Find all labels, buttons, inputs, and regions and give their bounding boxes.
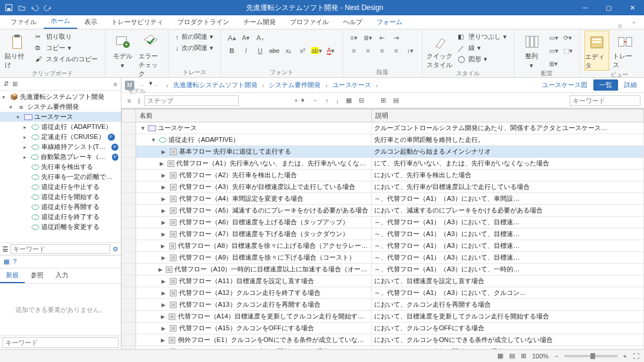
row-handle[interactable] [122,323,136,334]
view-opt2-button[interactable]: ⊞ [641,45,645,57]
twisty-icon[interactable]: ▶ [161,326,167,331]
view-mode-icon[interactable]: ▦ [497,352,503,360]
row-handle[interactable] [122,287,136,299]
tree-node[interactable]: ▾≡システム要件開発 [0,102,121,112]
model-tree[interactable]: ▾📦先進運転システムソフト開発 ▾≡システム要件開発 ▾ユースケース ▸追従走行… [0,91,121,243]
table-row[interactable]: ▶代替フロー（A10）一時的に目標速度以上に加速する場合（オーバーライド） ～、… [122,264,644,275]
model-button[interactable]: + モデル▾ [110,31,135,69]
row-handle[interactable] [122,334,136,346]
row-handle[interactable] [122,122,136,134]
twisty-icon[interactable]: ▶ [161,255,167,261]
tab-ref[interactable]: 参照 [25,268,49,283]
view-detail-link[interactable]: 詳細 [620,81,640,89]
tree-item[interactable]: 追従走行を終了する [0,212,121,222]
tab-traceability[interactable]: トレーサビリティ [104,15,170,29]
add-button[interactable]: ＋ ▾ [290,96,307,105]
table-row[interactable]: ▶代替フロー（A4）車間設定を変更する場合 ～、代替フロー（A1）（A3）におい… [122,193,644,205]
twisty-icon[interactable]: ▼ [140,125,146,131]
open-icon[interactable] [18,4,26,12]
fit-icon[interactable]: ⊟ [356,97,366,104]
panel-icon[interactable]: ▦ [4,258,9,265]
move-down-icon[interactable]: ↓ [333,97,342,104]
tree-node-usecase[interactable]: ▾ユースケース [0,112,121,122]
table-row[interactable]: ▶代替フロー（A5）減速するのにブレーキをかける必要がある場合 において、減速す… [122,205,644,217]
align-center-button[interactable]: ≡ [362,45,375,57]
clear-format-button[interactable]: Aₓ [254,32,267,44]
tab-team[interactable]: チーム開発 [236,15,283,29]
quick-style-button[interactable]: クイック スタイル [427,31,452,69]
twisty-icon[interactable]: ▶ [161,149,167,155]
row-handle[interactable] [122,158,136,170]
help-icon[interactable]: ? [13,258,16,265]
align-right-button[interactable]: ≡ [376,45,389,57]
twisty-icon[interactable]: ▶ [161,302,167,308]
twisty-icon[interactable]: ▶ [161,196,167,202]
save-icon[interactable] [5,4,13,12]
cut-button[interactable]: ✂切り取り [33,32,100,42]
editor-view-button[interactable]: エディタ [584,31,609,71]
superscript-button[interactable]: x² [296,45,309,57]
table-row[interactable]: ▶代替フロー（A6）目標速度を上げる場合（タップアップ） ～、代替フロー（A1）… [122,217,644,228]
row-handle[interactable] [122,264,136,275]
twisty-icon[interactable]: ▶ [160,161,165,167]
view-mode-icon[interactable]: ▤ [509,352,515,360]
tree-item[interactable]: 先行車を検出する [0,162,121,172]
zoom-in-button[interactable]: + [623,353,627,360]
align-left-button[interactable]: ≡ [348,45,361,57]
table-row[interactable]: ▶代替フロー（A8）目標速度を徐々に上げる場合（アクセラレート） ～、代替フロー… [122,240,644,252]
table-row[interactable]: ▶代替フロー（A1）先行車がいない、または、先行車がいなくなった場合 にて、先行… [122,158,644,170]
table-row[interactable]: ▶代替フロー（A15）クルコンをOFFにする場合 において、クルコンをOFFにす… [122,323,644,334]
tree-item[interactable]: ▸追従走行（ADAPTIVE） [0,122,121,132]
twisty-icon[interactable]: ▶ [161,208,167,214]
bring-front-button[interactable]: ▭▾ [547,32,560,44]
arrange-button[interactable]: 整列▾ [519,31,544,69]
redo-icon[interactable] [44,4,52,12]
undo-icon[interactable] [31,4,39,12]
row-handle[interactable] [122,193,136,205]
minimize-button[interactable]: ─ [573,0,597,15]
toolbar-icon[interactable]: ≡ [125,97,133,104]
zoom-slider[interactable] [564,355,617,357]
move-up-icon[interactable]: ↑ [323,97,331,104]
highlight-button[interactable]: ab▾ [311,45,323,57]
grid-scroll[interactable]: 名前 説明 ▼ユースケース クルーズコントロールシステム開発にあたり、関係するア… [121,108,644,349]
tree-tool-icon[interactable]: ⊞ [12,80,18,88]
step-input[interactable] [144,95,239,106]
close-button[interactable]: ✕ [620,0,644,15]
table-row[interactable]: ▶代替フロー（A12）クルコン走行を終了する場合 ～、代替フロー（A1）（A3）… [122,287,644,299]
row-handle[interactable] [122,275,136,287]
row-handle[interactable] [122,181,136,193]
numbering-button[interactable]: ≣▾ [362,32,375,44]
outdent-button[interactable]: ⇤ [376,32,389,44]
tree-search-input[interactable] [11,244,110,254]
crumb[interactable]: ユースケース [332,81,371,89]
tab-view[interactable]: 表示 [77,15,104,29]
line-button[interactable]: ／線 ▾ [455,43,509,53]
tab-home[interactable]: ホーム [44,14,77,29]
crumb[interactable]: 先進運転システムソフト開発 [173,81,257,89]
grow-font-button[interactable]: A▴ [226,32,239,44]
row-handle[interactable] [122,146,136,158]
view-opt1-button[interactable]: ☑ [641,32,645,44]
tab-input[interactable]: 入力 [49,268,74,283]
italic-button[interactable]: I [240,45,253,57]
table-row[interactable]: ▶代替フロー（A2）先行車を検出した場合 において、先行車を検出した場合 [122,170,644,181]
tab-help[interactable]: ヘルプ [336,15,369,29]
row-handle[interactable] [122,205,136,217]
group-button[interactable]: ⊞▾ [547,58,560,69]
tab-new[interactable]: 新規 [0,268,25,283]
tab-profile[interactable]: プロファイル [283,15,336,29]
prev-rel-button[interactable]: ↑ 前の関連 ▾ [173,32,216,42]
ribbon-collapse-icon[interactable]: ˄ [628,21,640,29]
search-config-icon[interactable]: ⚙ [113,245,118,253]
row-handle[interactable] [122,311,136,323]
table-row[interactable]: ▼ユースケース クルーズコントロールシステム開発にあたり、関係するアクタとユース… [122,122,644,134]
filter-icon[interactable]: ⊞ [378,97,388,104]
twisty-icon[interactable]: ▶ [161,314,167,320]
twisty-icon[interactable]: ▶ [161,243,167,249]
copy-style-button[interactable]: 🖌スタイルのコピー [33,54,100,64]
zoom-fit-button[interactable]: ⛶ [633,353,639,360]
ribbon-settings-icon[interactable]: ☼ [612,22,628,29]
strike-button[interactable]: abc [268,45,281,57]
tree-item[interactable]: 追従走行を開始する [0,192,121,202]
